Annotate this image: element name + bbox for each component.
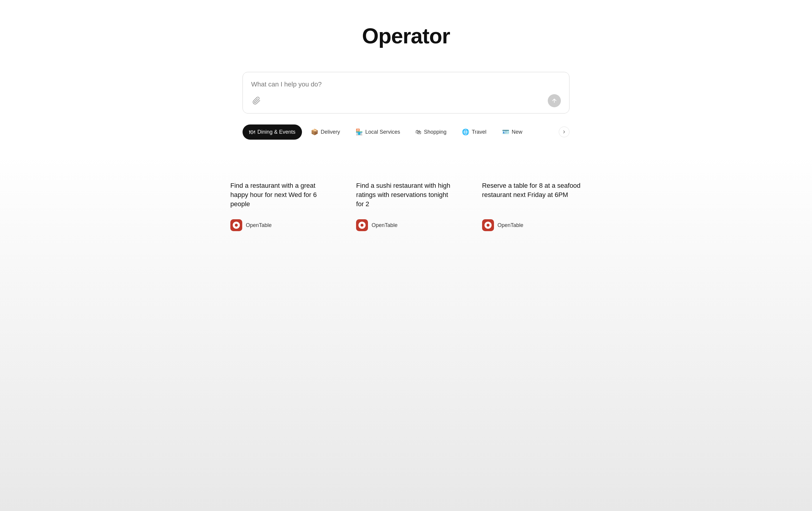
category-delivery-label: Delivery: [321, 129, 340, 135]
shopping-icon: 🛍: [415, 129, 422, 136]
suggestion-card-0[interactable]: Find a restaurant with a great happy hou…: [221, 172, 340, 255]
category-travel[interactable]: 🌐 Travel: [455, 124, 493, 140]
categories-bar: 🍽 Dining & Events 📦 Delivery 🏪 Local Ser…: [242, 124, 570, 140]
provider-name-1: OpenTable: [372, 222, 397, 229]
suggestion-text-0: Find a restaurant with a great happy hou…: [230, 181, 330, 209]
suggestion-provider-1: OpenTable: [356, 219, 456, 231]
provider-name-0: OpenTable: [246, 222, 272, 229]
attach-icon[interactable]: [251, 95, 262, 106]
opentable-logo-2: [482, 219, 494, 231]
send-button[interactable]: [548, 94, 561, 107]
suggestion-text-1: Find a sushi restaurant with high rating…: [356, 181, 456, 209]
page-wrapper: Operator 🍽 Dining & Events 📦 Deliver: [203, 0, 609, 154]
category-new[interactable]: 🪪 New: [495, 124, 529, 140]
suggestion-provider-2: OpenTable: [482, 219, 582, 231]
category-travel-label: Travel: [472, 129, 486, 135]
local-icon: 🏪: [355, 128, 363, 136]
suggestions-grid: Find a restaurant with a great happy hou…: [221, 172, 591, 255]
new-icon: 🪪: [502, 128, 510, 136]
chevron-right-button[interactable]: [559, 126, 570, 137]
search-footer: [251, 94, 561, 107]
search-input[interactable]: [251, 81, 561, 88]
suggestion-card-2[interactable]: Reserve a table for 8 at a seafood resta…: [472, 172, 591, 255]
category-local[interactable]: 🏪 Local Services: [349, 124, 407, 140]
suggestion-provider-0: OpenTable: [230, 219, 330, 231]
category-local-label: Local Services: [365, 129, 400, 135]
category-shopping-label: Shopping: [424, 129, 446, 135]
opentable-logo-0: [230, 219, 242, 231]
category-shopping[interactable]: 🛍 Shopping: [409, 124, 453, 140]
category-dining-label: Dining & Events: [257, 129, 295, 135]
delivery-icon: 📦: [311, 128, 318, 136]
category-dining[interactable]: 🍽 Dining & Events: [242, 124, 302, 140]
category-new-label: New: [512, 129, 523, 135]
search-container: [242, 72, 570, 114]
travel-icon: 🌐: [462, 128, 469, 136]
suggestions-area: Find a restaurant with a great happy hou…: [0, 154, 812, 511]
opentable-logo-1: [356, 219, 368, 231]
provider-name-2: OpenTable: [497, 222, 523, 229]
suggestion-text-2: Reserve a table for 8 at a seafood resta…: [482, 181, 582, 200]
app-title: Operator: [362, 24, 450, 48]
dining-icon: 🍽: [249, 129, 255, 136]
suggestion-card-1[interactable]: Find a sushi restaurant with high rating…: [347, 172, 465, 255]
category-delivery[interactable]: 📦 Delivery: [304, 124, 347, 140]
